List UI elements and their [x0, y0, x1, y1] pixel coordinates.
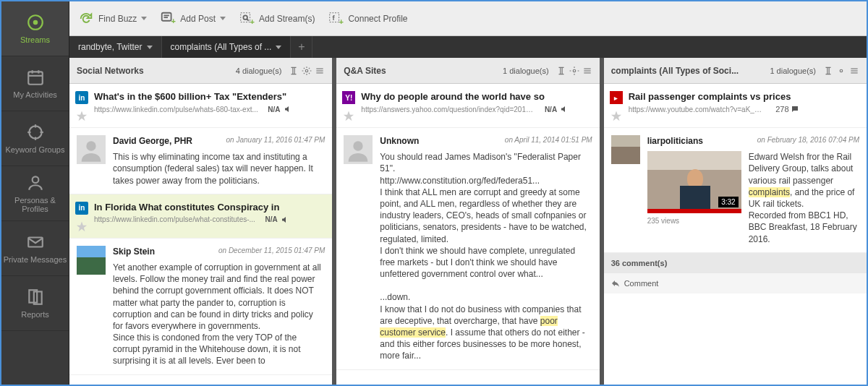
reply-icon: [611, 279, 620, 288]
post[interactable]: liarpoliticianson February 18, 2016 07:0…: [604, 128, 867, 253]
toolbar: Find Buzz + Add Post + Add Stream(s) f+ …: [69, 1, 867, 36]
column-qa-sites: Q&A Sites 1 dialogue(s) Y! Why do people…: [336, 58, 599, 385]
sentiment: N/A: [268, 106, 280, 113]
svg-text:f: f: [333, 14, 336, 21]
speaker-icon: [560, 105, 569, 113]
label: Add Post: [180, 14, 216, 24]
menu-icon[interactable]: [582, 66, 592, 76]
settings-icon[interactable]: [302, 66, 312, 76]
avatar: [344, 135, 373, 164]
video-duration: 3:32: [718, 197, 738, 208]
stat-count: 278: [775, 105, 788, 113]
collapse-icon[interactable]: [289, 66, 299, 76]
star-icon[interactable]: [610, 110, 623, 123]
reports-icon: [26, 288, 45, 306]
sentiment: N/A: [545, 106, 557, 113]
settings-icon[interactable]: [569, 66, 579, 76]
sidebar-label: Streams: [20, 35, 50, 44]
column-complaints: complaints (All Types of Soci... 1 dialo…: [604, 58, 867, 385]
column-title: complaints (All Types of Soci...: [611, 66, 770, 76]
label: Add Stream(s): [259, 14, 315, 24]
svg-point-1: [33, 20, 38, 25]
tab-label: randbyte, Twitter: [78, 42, 142, 52]
timestamp: on April 11, 2014 01:51 PM: [505, 135, 592, 147]
sidebar-personas[interactable]: Personas & Profiles: [1, 166, 69, 221]
linkedin-icon: in: [75, 91, 88, 104]
sidebar-messages[interactable]: Private Messages: [1, 221, 69, 276]
star-icon[interactable]: [75, 110, 88, 123]
label: Connect Profile: [348, 14, 407, 24]
label: Comment: [624, 279, 659, 288]
stream-add-icon: +: [239, 11, 255, 27]
author: liarpoliticians: [647, 135, 703, 147]
column-title: Social Networks: [77, 66, 236, 76]
svg-point-31: [86, 141, 95, 150]
envelope-icon: [26, 233, 45, 252]
sidebar-label: Private Messages: [4, 255, 67, 264]
avatar: [77, 135, 106, 164]
post-icon: +: [160, 11, 176, 27]
sidebar: Streams My Activities Keyword Groups Per…: [1, 1, 69, 385]
menu-icon[interactable]: [315, 66, 325, 76]
video-thumbnail[interactable]: 3:32: [647, 151, 741, 213]
tab-label: complaints (All Types of ...: [171, 42, 272, 52]
card-title: What's in the $600 billion+ Tax "Extende…: [94, 91, 326, 102]
speaker-icon: [281, 215, 289, 224]
card-header[interactable]: Y! Why do people around the world have s…: [336, 84, 599, 128]
svg-text:+: +: [250, 17, 255, 26]
card-header[interactable]: ▶ Rail passenger complaints vs prices ht…: [604, 84, 867, 128]
post[interactable]: Skip Steinon December 11, 2015 01:47 PM …: [69, 239, 332, 375]
card-header[interactable]: in What's in the $600 billion+ Tax "Exte…: [69, 84, 332, 128]
user-icon: [26, 173, 45, 192]
svg-line-21: [247, 19, 249, 21]
svg-point-26: [306, 69, 309, 72]
comments-count[interactable]: 36 comment(s): [604, 253, 867, 273]
author: David George, PHR: [113, 135, 192, 147]
column-title: Q&A Sites: [344, 66, 503, 76]
card-url: https://www.linkedin.com/pulse/whats-680…: [94, 106, 258, 113]
sidebar-reports[interactable]: Reports: [1, 276, 69, 331]
find-buzz-button[interactable]: Find Buzz: [78, 11, 147, 27]
target-icon: [26, 123, 45, 142]
menu-icon[interactable]: [849, 66, 859, 76]
tab-complaints[interactable]: complaints (All Types of ...: [162, 36, 292, 58]
collapse-icon[interactable]: [823, 66, 833, 76]
star-icon[interactable]: [342, 110, 355, 123]
card-url: https://answers.yahoo.com/question/index…: [361, 106, 535, 113]
author: Skip Stein: [113, 246, 155, 257]
calendar-icon: [26, 68, 45, 87]
comment-action[interactable]: Comment: [604, 273, 867, 293]
sidebar-activities[interactable]: My Activities: [1, 56, 69, 111]
avatar: [611, 135, 640, 164]
streams-icon: [26, 13, 45, 32]
dialogue-count: 1 dialogue(s): [770, 67, 816, 75]
post[interactable]: David George, PHRon January 11, 2016 01:…: [69, 128, 332, 194]
column-social-networks: Social Networks 4 dialogue(s) in What's …: [69, 58, 332, 385]
card-header[interactable]: in In Florida What constitutes Conspirac…: [69, 194, 332, 239]
label: Find Buzz: [98, 14, 137, 24]
card-title: Rail passenger complaints vs prices: [629, 91, 861, 102]
sidebar-label: Reports: [21, 310, 49, 319]
timestamp: on February 18, 2016 07:04 PM: [757, 135, 859, 147]
sidebar-keyword-groups[interactable]: Keyword Groups: [1, 111, 69, 166]
add-post-button[interactable]: + Add Post: [160, 11, 226, 27]
tab-add[interactable]: +: [291, 36, 312, 58]
dialogue-count: 4 dialogue(s): [236, 67, 282, 75]
add-stream-button[interactable]: + Add Stream(s): [239, 11, 315, 27]
speaker-icon: [284, 105, 292, 113]
settings-icon[interactable]: [836, 66, 846, 76]
profile-add-icon: f+: [328, 11, 344, 27]
sidebar-streams[interactable]: Streams: [1, 1, 69, 56]
sidebar-label: My Activities: [13, 90, 57, 99]
view-count: 235 views: [647, 216, 741, 226]
post-body: Yet another example of corruption in gov…: [113, 262, 325, 367]
tab-randbyte[interactable]: randbyte, Twitter: [69, 36, 162, 58]
card-url: https://www.youtube.com/watch?v=aK_ZzD..…: [629, 106, 766, 113]
post[interactable]: Unknownon April 11, 2014 01:51 PM You sh…: [336, 128, 599, 370]
star-icon[interactable]: [75, 220, 88, 233]
post-body: Edward Welsh fror the Rail Delivery Grou…: [749, 151, 859, 245]
dialogue-count: 1 dialogue(s): [503, 67, 549, 75]
collapse-icon[interactable]: [556, 66, 566, 76]
tabs: randbyte, Twitter complaints (All Types …: [69, 36, 867, 58]
connect-profile-button[interactable]: f+ Connect Profile: [328, 11, 407, 27]
